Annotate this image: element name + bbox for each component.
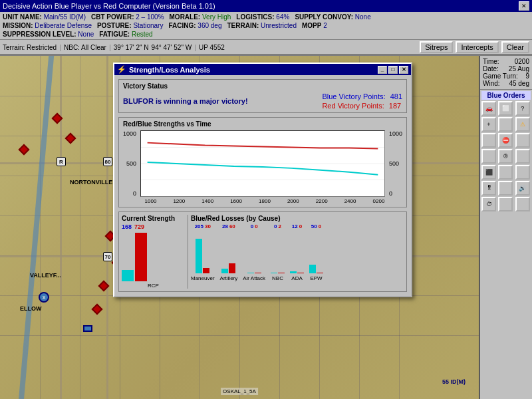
- nav-sep2: |: [109, 43, 111, 51]
- coords1: 39° 17' 2" N: [114, 44, 149, 51]
- epw-blue-bar: [309, 265, 316, 273]
- game-turn-label: Game Turn:: [483, 72, 518, 80]
- current-strength-section: Current Strength 168 729 RCP: [122, 215, 188, 289]
- b10-order-btn[interactable]: [515, 197, 530, 211]
- strength-loss-dialog: ⚡ Strength/Loss Analysis _ □ ✕ Victory S…: [113, 63, 412, 297]
- box-order-btn[interactable]: ⬜: [498, 101, 513, 116]
- reg-order-btn[interactable]: ®: [498, 149, 513, 164]
- x-axis-labels: 1000 1200 1400 1600 1800 2000 2200 2400 …: [123, 198, 402, 204]
- epw-red-bar: [317, 273, 323, 273]
- losses-section: Blue/Red Losses (by Cause) 205 30: [191, 215, 404, 289]
- help-order-btn[interactable]: ?: [515, 101, 530, 116]
- b5-order-btn[interactable]: [515, 149, 530, 164]
- orders-title: Blue Orders: [481, 91, 531, 100]
- artillery-blue-bar: [221, 269, 228, 273]
- epw-group: 50 0 EPW: [309, 223, 323, 281]
- close-dialog-button[interactable]: ✕: [399, 66, 408, 74]
- air-attack-blue-bar: [247, 273, 254, 273]
- wind-row: Wind: 45 deg: [483, 80, 529, 87]
- b1-order-btn[interactable]: [498, 117, 513, 132]
- close-button[interactable]: ✕: [519, 1, 529, 11]
- red-strength-bar: [135, 233, 147, 281]
- nbc-blue-bar: [271, 273, 277, 273]
- stop-order-btn[interactable]: ⛔: [498, 133, 513, 148]
- warn-order-btn[interactable]: ⚠: [515, 117, 530, 132]
- maximize-button[interactable]: □: [388, 66, 398, 74]
- b3-order-btn[interactable]: [515, 133, 530, 148]
- b4-order-btn[interactable]: [481, 149, 496, 164]
- victory-section-title: Victory Status: [123, 82, 402, 90]
- blk-order-btn[interactable]: ⬛: [481, 165, 496, 180]
- up-value: UP 4552: [199, 44, 225, 51]
- nbc-label: NBC: [272, 275, 283, 281]
- mopp: MOPP 2: [302, 21, 327, 30]
- chart-svg: [141, 131, 384, 196]
- red-vp: Red Victory Points: 187: [322, 102, 402, 110]
- main-layout: NORTONVILLE VALLEYF... ELLOW 80 70 R X O…: [0, 56, 532, 399]
- date-value: 25 Aug: [509, 65, 529, 72]
- dialog-title: Strength/Loss Analysis: [129, 66, 210, 74]
- posture: POSTURE: Stationary: [97, 21, 163, 30]
- unit-name-label: UNIT NAME: Main/55 ID(M): [3, 13, 86, 21]
- fatigue: FATIGUE: Rested: [99, 30, 152, 39]
- window-controls: _ □ ✕: [378, 66, 408, 74]
- turn-row: Game Turn: 9: [483, 72, 529, 80]
- modal-overlay: ⚡ Strength/Loss Analysis _ □ ✕ Victory S…: [0, 56, 479, 399]
- time-row: Time: 0200: [483, 58, 529, 65]
- nbc-group: 0 2 NBC: [271, 223, 285, 281]
- sidebar-orders: Blue Orders 🚗 ⬜ ? + ⚠ ⛔ ® ⬛: [480, 90, 532, 399]
- game-turn-value: 9: [525, 72, 529, 80]
- coords2: 94° 47' 52" W: [152, 44, 192, 51]
- b6-order-btn[interactable]: [498, 165, 513, 180]
- bottom-charts: Current Strength 168 729 RCP: [118, 211, 407, 292]
- b2-order-btn[interactable]: [481, 133, 496, 148]
- artillery-red-bar: [229, 263, 235, 273]
- b7-order-btn[interactable]: [515, 165, 530, 180]
- wind-label: Wind:: [483, 80, 500, 87]
- ada-red-bar: [297, 273, 304, 273]
- add-order-btn[interactable]: +: [481, 117, 496, 132]
- strength-bars: [122, 231, 185, 281]
- intercepts-button[interactable]: Intercepts: [456, 41, 498, 53]
- nav-sep3: |: [194, 43, 196, 51]
- maneuver-label: Maneuver: [191, 275, 215, 281]
- dialog-body: Victory Status BLUFOR is winning a major…: [114, 75, 411, 296]
- victory-content: BLUFOR is winning a major victory! Blue …: [123, 92, 402, 110]
- date-row: Date: 25 Aug: [483, 65, 529, 72]
- orders-grid: 🚗 ⬜ ? + ⚠ ⛔ ® ⬛ 🎖: [481, 101, 531, 211]
- date-label: Date:: [483, 65, 499, 72]
- blue-strength-val: 168: [122, 223, 132, 230]
- timer-order-btn[interactable]: ⏱: [481, 197, 496, 211]
- rcp-label: RCP: [122, 283, 185, 289]
- nav-bar: Terrain: Restricted | NBC: All Clear | 3…: [0, 40, 532, 56]
- map-area[interactable]: NORTONVILLE VALLEYF... ELLOW 80 70 R X O…: [0, 56, 479, 399]
- chart-title: Red/Blue Strengths vs Time: [123, 120, 402, 128]
- mission: MISSION: Deliberate Defense: [3, 21, 92, 30]
- y-axis-left: 1000 500 0: [123, 130, 138, 197]
- b9-order-btn[interactable]: [498, 197, 513, 211]
- ada-label: ADA: [291, 275, 302, 281]
- maneuver-group: 205 30 Maneuver: [191, 223, 215, 281]
- ada-group: 12 0 ADA: [290, 223, 304, 281]
- terrain-nav: Terrain: Restricted: [3, 44, 57, 51]
- minimize-button[interactable]: _: [378, 66, 387, 74]
- sitreps-button[interactable]: Sitreps: [420, 41, 453, 53]
- sound-order-btn[interactable]: 🔊: [515, 181, 530, 196]
- morale: MORALE: Very High: [170, 13, 231, 21]
- epw-label: EPW: [310, 275, 322, 281]
- y-axis-right: 1000 500 0: [388, 130, 402, 197]
- red-strength-val: 729: [134, 223, 144, 230]
- strength-values: 168 729: [122, 223, 185, 230]
- blue-strength-bar: [122, 270, 134, 281]
- move-order-btn[interactable]: 🚗: [481, 101, 496, 116]
- clear-button[interactable]: Clear: [501, 41, 529, 53]
- logistics: LOGISTICS: 64%: [236, 13, 289, 21]
- status-bar: UNIT NAME: Main/55 ID(M) CBT POWER: 2 – …: [0, 12, 532, 40]
- facing: FACING: 360 deg: [168, 21, 221, 30]
- maneuver-blue-bar: [196, 239, 202, 273]
- air-attack-red-bar: [255, 273, 261, 273]
- medal-order-btn[interactable]: 🎖: [481, 181, 496, 196]
- time-value: 0200: [515, 58, 529, 65]
- b8-order-btn[interactable]: [498, 181, 513, 196]
- dialog-title-bar: ⚡ Strength/Loss Analysis _ □ ✕: [114, 64, 411, 75]
